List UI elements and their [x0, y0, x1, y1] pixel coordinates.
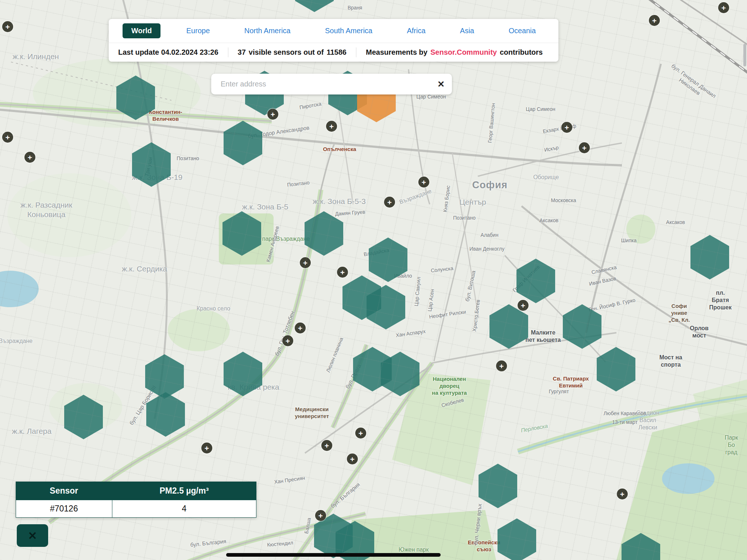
- region-tabs: WorldEuropeNorth AmericaSouth AmericaAfr…: [109, 19, 558, 43]
- tab-africa[interactable]: Africa: [398, 23, 434, 38]
- address-input[interactable]: [220, 80, 436, 89]
- cluster-plus-marker[interactable]: +: [295, 323, 306, 333]
- sensor-info-panel: Sensor PM2.5 µg/m³ #70126 4: [16, 482, 256, 518]
- cluster-plus-marker[interactable]: +: [2, 132, 13, 143]
- close-icon: ✕: [28, 529, 37, 542]
- sensor-column-header: Sensor: [16, 482, 112, 500]
- cluster-plus-marker[interactable]: +: [337, 267, 348, 278]
- credits: Measurements by Sensor.Community contrib…: [356, 47, 552, 57]
- tab-north-america[interactable]: North America: [236, 23, 299, 38]
- scrollbar-thumb[interactable]: [743, 44, 746, 66]
- cluster-plus-marker[interactable]: +: [355, 428, 366, 439]
- cluster-plus-marker[interactable]: +: [649, 15, 660, 26]
- cluster-plus-marker[interactable]: +: [384, 197, 395, 208]
- cluster-plus-marker[interactable]: +: [418, 177, 429, 188]
- sensor-community-app: СофияЦентърж.к. Илинденж.к. Разсадник Ко…: [0, 0, 747, 560]
- last-update-text: Last update 04.02.2024 23:26: [118, 48, 218, 57]
- visible-count-label: visible sensors out of: [249, 48, 324, 57]
- pm25-column-header: PM2.5 µg/m³: [112, 482, 256, 500]
- credit-suffix: contributors: [500, 48, 543, 57]
- close-icon: ✕: [437, 79, 445, 89]
- cluster-plus-marker[interactable]: +: [617, 488, 628, 499]
- cluster-plus-marker[interactable]: +: [282, 335, 293, 346]
- cluster-plus-marker[interactable]: +: [321, 440, 332, 451]
- tab-europe[interactable]: Europe: [178, 23, 219, 38]
- clear-search-button[interactable]: ✕: [436, 78, 446, 90]
- cluster-plus-marker[interactable]: +: [579, 142, 590, 153]
- cluster-plus-marker[interactable]: +: [718, 2, 729, 13]
- close-panel-button[interactable]: ✕: [17, 524, 48, 547]
- address-search: ✕: [211, 74, 452, 94]
- sensor-community-link[interactable]: Sensor.Community: [430, 48, 497, 57]
- tab-world[interactable]: World: [123, 23, 160, 38]
- cluster-plus-marker[interactable]: +: [518, 300, 529, 311]
- cluster-plus-marker[interactable]: +: [326, 121, 337, 132]
- last-update: Last update 04.02.2024 23:26: [109, 47, 228, 57]
- cluster-plus-marker[interactable]: +: [2, 21, 13, 32]
- tab-south-america[interactable]: South America: [316, 23, 381, 38]
- sensor-id-cell[interactable]: #70126: [16, 500, 112, 518]
- total-count: 11586: [326, 48, 347, 57]
- table-row: #70126 4: [16, 500, 256, 518]
- cluster-plus-marker[interactable]: +: [267, 109, 278, 120]
- tab-asia[interactable]: Asia: [451, 23, 483, 38]
- visible-count: 37: [238, 48, 246, 57]
- bottom-scroll-indicator[interactable]: [226, 553, 441, 557]
- cluster-plus-marker[interactable]: +: [201, 443, 212, 453]
- cluster-plus-marker[interactable]: +: [300, 257, 311, 268]
- credit-prefix: Measurements by: [366, 48, 427, 57]
- cluster-plus-marker[interactable]: +: [315, 510, 326, 521]
- tab-oceania[interactable]: Oceania: [500, 23, 545, 38]
- cluster-plus-marker[interactable]: +: [24, 152, 35, 163]
- cluster-plus-marker[interactable]: +: [561, 122, 572, 133]
- status-bar: Last update 04.02.2024 23:26 37 visible …: [109, 43, 558, 62]
- region-panel: WorldEuropeNorth AmericaSouth AmericaAfr…: [109, 19, 558, 62]
- sensor-count: 37 visible sensors out of 11586: [228, 47, 356, 57]
- cluster-plus-marker[interactable]: +: [496, 360, 507, 371]
- cluster-plus-marker[interactable]: +: [347, 453, 358, 464]
- pm25-value-cell: 4: [112, 500, 256, 518]
